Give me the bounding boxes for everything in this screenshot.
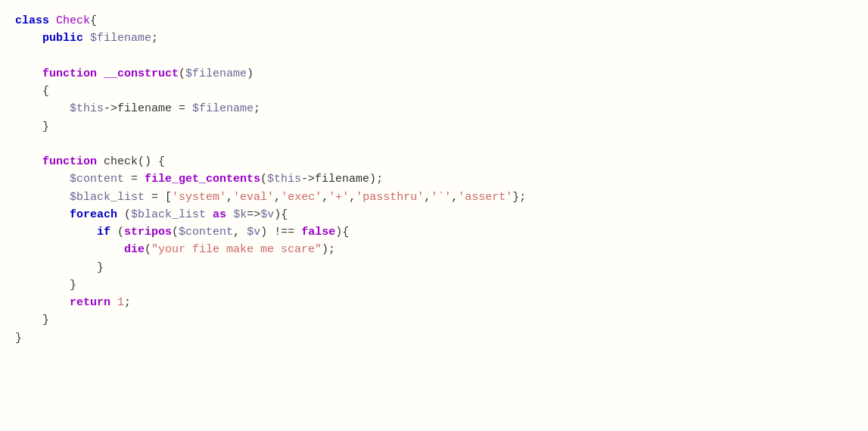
- code-token: ,: [451, 191, 458, 204]
- code-token: return: [70, 296, 110, 309]
- code-token: __construct: [104, 67, 179, 80]
- code-token: (: [145, 243, 151, 256]
- code-token: file_get_contents: [145, 173, 260, 186]
- code-token: (: [172, 226, 179, 239]
- code-token: ->: [104, 102, 117, 115]
- code-token: [206, 208, 213, 221]
- code-line: die("your file make me scare");: [15, 241, 853, 258]
- code-token: filename: [117, 102, 172, 115]
- code-token: =: [124, 173, 145, 186]
- code-token: =: [172, 102, 192, 115]
- code-token: ,: [233, 226, 247, 239]
- code-token: $this: [267, 173, 301, 186]
- code-editor: class Check{ public $filename; function …: [0, 0, 868, 431]
- code-token: {: [90, 14, 97, 27]
- code-token: [49, 14, 56, 27]
- code-token: = [: [145, 191, 172, 204]
- code-line: function __construct($filename): [15, 65, 853, 83]
- code-token: =>: [247, 208, 260, 221]
- code-token: $v: [247, 226, 260, 239]
- code-token: $filename: [90, 32, 151, 45]
- code-line: }: [15, 259, 853, 276]
- code-token: foreach: [70, 208, 117, 221]
- code-token: ;: [124, 296, 131, 309]
- code-token: [97, 67, 104, 80]
- code-line: function check() {: [15, 153, 853, 170]
- code-line: foreach ($black_list as $k=>$v){: [15, 206, 853, 223]
- code-line: class Check{: [15, 12, 853, 30]
- code-token: [97, 155, 104, 168]
- code-token: stripos: [124, 226, 172, 239]
- code-line: public $filename;: [15, 30, 853, 47]
- code-line: {: [15, 83, 853, 100]
- code-token: "your file make me scare": [151, 243, 322, 256]
- code-token: ;: [151, 32, 158, 45]
- code-token: [15, 155, 42, 168]
- code-token: 'assert': [458, 191, 512, 204]
- code-token: '+': [328, 191, 349, 204]
- code-line: }: [15, 118, 853, 136]
- code-token: function: [42, 155, 97, 168]
- code-token: function: [42, 67, 97, 80]
- code-line: if (stripos($content, $v) !== false){: [15, 223, 853, 241]
- code-token: ,: [226, 191, 233, 204]
- code-token: class: [15, 14, 49, 27]
- code-line: }: [15, 276, 853, 294]
- code-line: [15, 136, 853, 153]
- code-token: }: [15, 279, 76, 292]
- code-token: [110, 296, 117, 309]
- code-token: Check: [56, 14, 90, 27]
- code-token: [15, 102, 70, 115]
- code-token: }: [15, 120, 49, 133]
- code-token: ;: [254, 102, 260, 115]
- code-token: }: [15, 261, 104, 274]
- code-token: [15, 32, 42, 45]
- code-token: $k: [233, 208, 247, 221]
- code-token: $black_list: [70, 191, 145, 204]
- code-line: return 1;: [15, 294, 853, 311]
- code-token: ) !==: [260, 226, 301, 239]
- code-token: (: [260, 173, 267, 186]
- code-token: ,: [349, 191, 356, 204]
- code-token: [15, 191, 70, 204]
- code-line: }: [15, 329, 853, 347]
- code-line: $black_list = ['system','eval','exec','+…: [15, 189, 853, 206]
- code-token: 'eval': [233, 191, 274, 204]
- code-token: ): [247, 67, 254, 80]
- code-token: [226, 208, 233, 221]
- code-token: [83, 32, 90, 45]
- code-token: $black_list: [131, 208, 206, 221]
- code-token: 1: [117, 296, 124, 309]
- code-token: $filename: [185, 67, 247, 80]
- code-token: check() {: [104, 155, 165, 168]
- code-line: [15, 48, 853, 65]
- code-token: }: [15, 314, 49, 326]
- code-token: 'passthru': [356, 191, 424, 204]
- code-token: 'system': [172, 191, 226, 204]
- code-token: [15, 67, 42, 80]
- code-token: [15, 243, 124, 256]
- code-token: ){: [335, 226, 349, 239]
- code-token: (: [179, 67, 185, 80]
- code-token: ,: [322, 191, 328, 204]
- code-token: $content: [70, 173, 124, 186]
- code-token: (: [117, 208, 131, 221]
- code-line: $content = file_get_contents($this->file…: [15, 170, 853, 188]
- code-token: '`': [431, 191, 451, 204]
- code-token: if: [97, 226, 110, 239]
- code-token: );: [322, 243, 335, 256]
- code-token: $v: [260, 208, 274, 221]
- code-token: 'exec': [281, 191, 322, 204]
- code-token: $content: [179, 226, 233, 239]
- code-token: as: [213, 208, 226, 221]
- code-token: ->filename);: [301, 173, 383, 186]
- code-token: [15, 226, 97, 239]
- code-token: ,: [274, 191, 281, 204]
- code-token: };: [512, 191, 526, 204]
- code-token: [15, 173, 70, 186]
- code-token: die: [124, 243, 145, 256]
- code-token: [15, 208, 70, 221]
- code-token: }: [15, 332, 22, 345]
- code-line: $this->filename = $filename;: [15, 100, 853, 117]
- code-line: }: [15, 311, 853, 329]
